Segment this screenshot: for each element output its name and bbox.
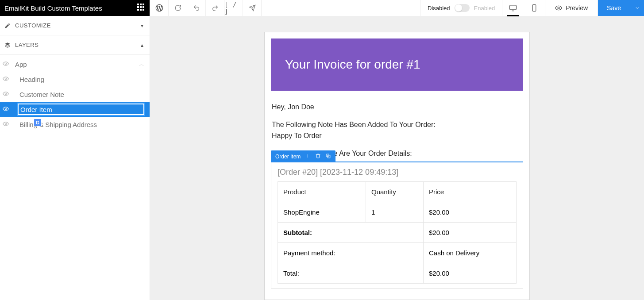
layer-rename-input[interactable] xyxy=(18,104,144,115)
undo-icon[interactable] xyxy=(187,0,206,16)
widget-toolbar: Order Item xyxy=(271,150,335,162)
layer-row-heading[interactable]: Heading xyxy=(0,72,150,87)
redo-icon[interactable] xyxy=(206,0,224,16)
order-table: Product Quantity Price ShopEngine 1 $20.… xyxy=(278,181,517,284)
widget-toolbar-label: Order Item xyxy=(275,154,301,160)
layer-row-billing-shipping[interactable]: Billing & Shipping Address xyxy=(0,117,150,132)
layer-row-customer-note[interactable]: Customer Note xyxy=(0,87,150,102)
col-quantity: Quantity xyxy=(366,182,424,202)
pencil-icon xyxy=(4,23,11,29)
svg-point-1 xyxy=(5,78,7,80)
cell-label: Total: xyxy=(278,263,424,284)
col-price: Price xyxy=(424,182,517,202)
trash-icon[interactable] xyxy=(315,153,321,160)
order-meta: [Order #20] [2023-11-12 09:49:13] xyxy=(271,168,523,181)
table-row: ShopEngine 1 $20.00 xyxy=(278,202,517,223)
sidebar: EmailKit Build Custom Templates CUSTOMIZ… xyxy=(0,0,150,300)
send-icon[interactable] xyxy=(243,0,262,16)
duplicate-icon[interactable] xyxy=(325,153,331,160)
hero-title: Your Invoice for order #1 xyxy=(285,58,420,72)
customize-label: CUSTOMIZE xyxy=(15,22,51,29)
mobile-device-button[interactable] xyxy=(524,0,545,16)
cell-quantity: 1 xyxy=(366,202,424,223)
greeting-text: Hey, Jon Doe xyxy=(272,101,522,113)
wordpress-icon[interactable] xyxy=(150,0,169,16)
layer-label: App xyxy=(15,61,134,68)
cell-label: Payment method: xyxy=(278,243,424,263)
chevron-up-icon: ︿ xyxy=(139,61,144,68)
table-header-row: Product Quantity Price xyxy=(278,182,517,202)
col-product: Product xyxy=(278,182,366,202)
add-icon[interactable] xyxy=(305,153,311,160)
visibility-icon[interactable] xyxy=(3,91,9,98)
layer-label: Customer Note xyxy=(19,91,144,98)
table-row: Subtotal: $20.00 xyxy=(278,223,517,243)
note-body: Happy To Order xyxy=(272,132,322,139)
addresses-block[interactable]: Billing Address Shipping Address xyxy=(265,297,529,300)
visibility-icon[interactable] xyxy=(3,121,9,128)
sidebar-header: EmailKit Build Custom Templates xyxy=(0,0,150,16)
svg-rect-6 xyxy=(533,5,536,12)
layer-row-app[interactable]: App ︿ xyxy=(0,57,150,72)
cell-value: $20.00 xyxy=(424,263,517,284)
desktop-device-button[interactable] xyxy=(502,0,524,16)
svg-point-2 xyxy=(5,93,7,95)
visibility-icon[interactable] xyxy=(3,61,9,68)
layers-panel-header[interactable]: LAYERS ▴ xyxy=(0,35,150,55)
customize-panel-header[interactable]: CUSTOMIZE ▾ xyxy=(0,16,150,35)
table-row: Total: $20.00 xyxy=(278,263,517,284)
cell-value: Cash on Delivery xyxy=(424,243,517,263)
visibility-icon[interactable] xyxy=(3,76,9,83)
refresh-icon[interactable] xyxy=(169,0,187,16)
toggle-disabled-label: Disabled xyxy=(428,5,450,12)
svg-point-3 xyxy=(5,108,7,110)
svg-point-0 xyxy=(5,63,7,65)
save-label: Save xyxy=(607,4,621,12)
switch-icon[interactable] xyxy=(455,4,470,12)
chevron-up-icon: ▴ xyxy=(141,42,144,48)
topbar: [ / ] Disabled Enabled Preview Save xyxy=(150,0,644,16)
device-group xyxy=(502,0,545,16)
apps-grid-icon[interactable] xyxy=(137,4,146,12)
main-area: [ / ] Disabled Enabled Preview Save xyxy=(150,0,644,300)
layer-tree: App ︿ Heading Customer Note Billi xyxy=(0,55,150,132)
cell-product: ShopEngine xyxy=(278,202,366,223)
note-intro: The Following Note Has Been Added To You… xyxy=(272,121,436,128)
save-more-button[interactable] xyxy=(630,0,644,16)
app-title: EmailKit Build Custom Templates xyxy=(4,4,102,12)
cell-value: $20.00 xyxy=(424,223,517,243)
layers-icon xyxy=(4,42,11,48)
layer-label: Heading xyxy=(19,76,144,83)
svg-rect-5 xyxy=(510,5,517,10)
preview-button[interactable]: Preview xyxy=(545,0,598,16)
chevron-down-icon: ▾ xyxy=(141,23,144,29)
email-frame[interactable]: Your Invoice for order #1 Hey, Jon Doe T… xyxy=(264,32,530,300)
svg-point-7 xyxy=(558,7,559,9)
order-item-widget[interactable]: Order Item [Order #20] [2023-11-12 09:49… xyxy=(271,162,523,288)
canvas[interactable]: Your Invoice for order #1 Hey, Jon Doe T… xyxy=(150,16,644,300)
visibility-icon[interactable] xyxy=(3,106,9,113)
preview-label: Preview xyxy=(566,4,588,12)
cell-label: Subtotal: xyxy=(278,223,424,243)
layer-row-order-item-editing[interactable] xyxy=(0,102,150,117)
toggle-enabled-label: Enabled xyxy=(474,5,495,12)
translate-badge-icon: G xyxy=(34,119,42,127)
cell-price: $20.00 xyxy=(424,202,517,223)
save-button[interactable]: Save xyxy=(598,0,630,16)
layers-label: LAYERS xyxy=(15,42,39,48)
enable-toggle[interactable]: Disabled Enabled xyxy=(420,0,502,16)
table-row: Payment method: Cash on Delivery xyxy=(278,243,517,263)
shortcode-icon[interactable]: [ / ] xyxy=(224,0,243,16)
svg-point-4 xyxy=(5,123,7,125)
email-hero[interactable]: Your Invoice for order #1 xyxy=(271,38,523,91)
